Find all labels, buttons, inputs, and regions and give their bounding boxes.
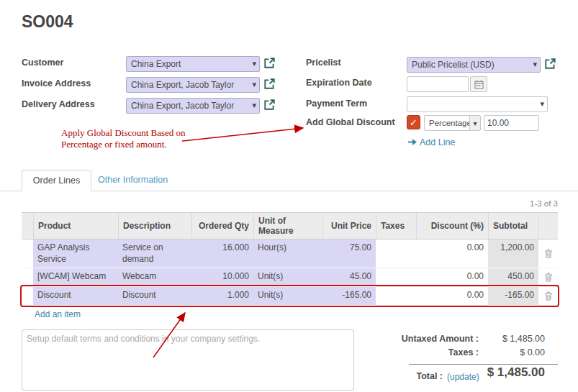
- taxes-label: Taxes :: [346, 347, 479, 357]
- cell-discount[interactable]: 0.00: [416, 287, 488, 306]
- discount-amount-input[interactable]: [484, 115, 539, 131]
- pricelist-label: Pricelist: [306, 58, 341, 68]
- invoice-address-value: China Export, Jacob Taylor: [131, 80, 234, 90]
- delivery-address-select[interactable]: China Export, Jacob Taylor ▾: [126, 98, 260, 114]
- cell-unit-of-measure[interactable]: Hour(s): [253, 240, 322, 268]
- invoice-address-label: Invoice Address: [22, 78, 91, 88]
- column-header-product[interactable]: Product: [33, 213, 118, 239]
- table-row: [WCAM] Webcam Webcam 10.000 Unit(s) 45.0…: [22, 268, 558, 287]
- column-header-description[interactable]: Description: [118, 213, 191, 239]
- cell-unit-of-measure[interactable]: Unit(s): [253, 287, 322, 306]
- row-handle[interactable]: [22, 240, 33, 268]
- discount-type-value: Percentage: [429, 119, 471, 127]
- calendar-icon[interactable]: [470, 76, 487, 92]
- delete-row-icon[interactable]: [538, 240, 558, 268]
- cell-subtotal[interactable]: 1,200.00: [488, 240, 538, 268]
- cell-unit-price[interactable]: -165.00: [322, 287, 376, 306]
- delivery-address-value: China Export, Jacob Taylor: [131, 101, 234, 111]
- expiration-date-label: Expiration Date: [306, 78, 372, 88]
- total-divider: [409, 364, 558, 365]
- chevron-down-icon: ▾: [533, 60, 537, 69]
- delivery-address-label: Delivery Address: [22, 99, 95, 109]
- pricelist-value: Public Pricelist (USD): [412, 60, 495, 70]
- invoice-address-select[interactable]: China Export, Jacob Taylor ▾: [126, 77, 260, 93]
- table-row: GAP Analysis Service Service on demand 1…: [22, 240, 558, 268]
- customer-select[interactable]: China Export ▾: [126, 56, 260, 72]
- total-label: Total :: [392, 371, 443, 381]
- cell-discount[interactable]: 0.00: [416, 268, 488, 287]
- payment-term-label: Payment Term: [306, 99, 367, 109]
- column-header-unit-of-measure[interactable]: Unit of Measure: [253, 213, 322, 239]
- cell-ordered-qty[interactable]: 16.000: [191, 240, 253, 268]
- cell-unit-price[interactable]: 45.00: [322, 268, 376, 287]
- tab-order-lines[interactable]: Order Lines: [22, 170, 91, 191]
- tab-order-lines-label: Order Lines: [33, 176, 80, 186]
- header-gutter: [22, 213, 33, 239]
- chevron-down-icon: ▾: [469, 116, 480, 130]
- chevron-down-icon: ▾: [252, 80, 256, 89]
- column-header-subtotal[interactable]: Subtotal: [488, 213, 538, 239]
- cell-taxes[interactable]: [376, 268, 416, 287]
- column-header-unit-price[interactable]: Unit Price: [322, 213, 376, 239]
- table-row-discount: Discount Discount 1.000 Unit(s) -165.00 …: [22, 287, 558, 306]
- cell-ordered-qty[interactable]: 1.000: [191, 287, 253, 306]
- customer-external-link-icon[interactable]: [263, 57, 276, 69]
- global-discount-annotation: Apply Global Discount Based on Percentag…: [61, 127, 191, 151]
- customer-value: China Export: [131, 59, 181, 69]
- terms-conditions-textarea[interactable]: [22, 329, 354, 391]
- global-discount-label: Add Global Discount: [306, 117, 395, 127]
- payment-term-select[interactable]: ▾: [407, 96, 548, 112]
- row-handle[interactable]: [22, 287, 33, 306]
- expiration-date-input[interactable]: [407, 76, 469, 92]
- checkbox-check-icon: ✓: [410, 117, 417, 128]
- global-discount-checkbox[interactable]: ✓: [407, 115, 420, 129]
- delete-row-icon[interactable]: [538, 287, 558, 306]
- chevron-down-icon: ▾: [540, 99, 544, 109]
- untaxed-amount-value: $ 1,485.00: [477, 334, 545, 344]
- cell-taxes[interactable]: [376, 240, 416, 268]
- delete-row-icon[interactable]: [538, 268, 558, 287]
- cell-product[interactable]: [WCAM] Webcam: [33, 268, 118, 287]
- cell-unit-price[interactable]: 75.00: [322, 240, 376, 268]
- cell-subtotal[interactable]: -165.00: [488, 287, 538, 306]
- chevron-down-icon: ▾: [252, 59, 256, 68]
- pricelist-external-link-icon[interactable]: [544, 58, 556, 70]
- add-line-arrow-icon: [407, 138, 417, 148]
- column-header-taxes[interactable]: Taxes: [376, 213, 416, 239]
- cell-taxes[interactable]: [376, 287, 416, 306]
- global-discount-arrow: [182, 128, 303, 141]
- cell-unit-of-measure[interactable]: Unit(s): [253, 268, 322, 287]
- delivery-address-external-link-icon[interactable]: [263, 99, 276, 111]
- cell-ordered-qty[interactable]: 10.000: [191, 268, 253, 287]
- cell-discount[interactable]: 0.00: [416, 240, 488, 268]
- invoice-address-external-link-icon[interactable]: [263, 78, 276, 90]
- add-line-link[interactable]: Add Line: [420, 137, 455, 147]
- discount-type-select[interactable]: Percentage ▾: [424, 115, 481, 131]
- customer-label: Customer: [22, 58, 63, 68]
- column-header-discount[interactable]: Discount (%): [416, 213, 488, 239]
- column-header-ordered-qty[interactable]: Ordered Qty: [191, 213, 253, 239]
- header-actions: [538, 213, 558, 239]
- pager: 1-3 of 3: [500, 199, 558, 208]
- cell-description[interactable]: Discount: [118, 287, 191, 306]
- sales-order-page: { "header": { "title": "SO004" }, "icons…: [0, 0, 578, 392]
- page-title: SO004: [22, 12, 73, 32]
- untaxed-amount-label: Untaxed Amount :: [346, 334, 479, 344]
- cell-description[interactable]: Service on demand: [118, 240, 191, 268]
- total-value: $ 1,485.00: [461, 365, 545, 380]
- order-lines-header: Product Description Ordered Qty Unit of …: [22, 212, 558, 240]
- row-handle[interactable]: [22, 268, 33, 287]
- cell-description[interactable]: Webcam: [118, 268, 191, 287]
- cell-product[interactable]: Discount: [33, 287, 118, 306]
- cell-subtotal[interactable]: 450.00: [488, 268, 538, 287]
- add-item-link[interactable]: Add an item: [35, 309, 81, 319]
- tab-other-information[interactable]: Other Information: [98, 175, 168, 185]
- pricelist-select[interactable]: Public Pricelist (USD) ▾: [407, 57, 541, 73]
- cell-product[interactable]: GAP Analysis Service: [33, 240, 118, 268]
- taxes-value: $ 0.00: [477, 347, 545, 357]
- chevron-down-icon: ▾: [252, 101, 256, 110]
